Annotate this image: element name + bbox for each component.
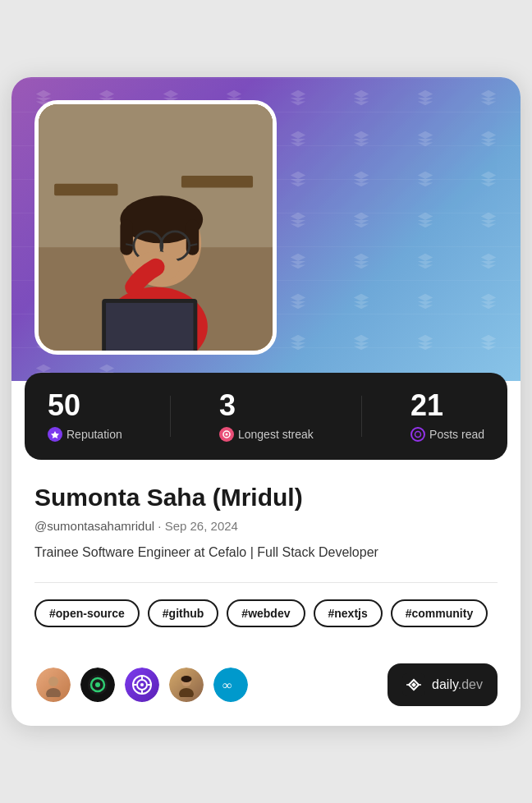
watermark-icon (393, 282, 457, 323)
card-footer: ∞ daily.dev (11, 663, 521, 726)
svg-point-23 (46, 688, 61, 697)
meta-separator: · (158, 519, 164, 533)
brand-badge: daily.dev (388, 663, 498, 706)
watermark-icon (457, 158, 521, 200)
watermark-icon (457, 322, 521, 363)
watermark-icon (266, 77, 330, 118)
watermark-icon (457, 241, 521, 282)
stat-reputation: 50 Reputation (48, 391, 122, 442)
profile-name: Sumonta Saha (Mridul) (34, 483, 498, 512)
following-avatar-2[interactable] (79, 666, 117, 704)
profile-meta: @sumontasahamridul · Sep 26, 2024 (34, 519, 498, 533)
streak-value: 3 (219, 391, 314, 420)
watermark-icon (457, 282, 521, 323)
tag-open-source[interactable]: #open-source (34, 599, 140, 627)
following-avatar-5[interactable]: ∞ (212, 666, 250, 704)
reputation-icon (48, 427, 62, 442)
stat-divider-1 (170, 396, 171, 437)
watermark-icon (330, 282, 394, 323)
reputation-value: 50 (48, 391, 122, 420)
watermark-icon (393, 77, 457, 118)
streak-icon (219, 427, 234, 442)
watermark-icon (330, 77, 394, 118)
svg-marker-18 (51, 431, 59, 438)
stat-posts: 21 Posts read (410, 391, 484, 442)
join-date: Sep 26, 2024 (165, 519, 238, 533)
brand-dev: .dev (458, 677, 483, 691)
svg-rect-7 (120, 219, 132, 255)
tag-nextjs[interactable]: #nextjs (314, 599, 383, 627)
watermark-icon (330, 322, 394, 363)
reputation-label-row: Reputation (48, 427, 122, 442)
watermark-icon (393, 118, 457, 159)
svg-point-26 (95, 682, 100, 687)
reputation-label-text: Reputation (66, 428, 122, 441)
svg-point-20 (225, 434, 227, 436)
card-header (11, 77, 521, 381)
streak-label-row: Longest streak (219, 427, 314, 442)
watermark-icon (330, 158, 394, 200)
brand-daily: daily (432, 677, 458, 691)
profile-divider (34, 582, 498, 583)
tags-section: #open-source #github #webdev #nextjs #co… (34, 599, 498, 627)
following-avatars: ∞ (34, 666, 250, 704)
avatar (39, 104, 273, 351)
svg-point-29 (140, 683, 144, 686)
profile-bio: Trainee Software Engineer at Cefalo | Fu… (34, 543, 498, 562)
daily-dev-logo (402, 673, 425, 696)
svg-text:∞: ∞ (222, 678, 232, 692)
watermark-icon (330, 241, 394, 282)
svg-rect-2 (54, 184, 117, 196)
watermark-icon (457, 200, 521, 241)
tag-community[interactable]: #community (391, 599, 488, 627)
stat-divider-2 (361, 396, 362, 437)
posts-label-text: Posts read (429, 428, 484, 441)
posts-label-row: Posts read (410, 427, 484, 442)
watermark-icon (393, 200, 457, 241)
svg-point-35 (179, 688, 194, 697)
watermark-icon (457, 77, 521, 118)
posts-value: 21 (410, 391, 484, 420)
svg-point-22 (48, 677, 58, 686)
tag-github[interactable]: #github (148, 599, 219, 627)
profile-section: Sumonta Saha (Mridul) @sumontasahamridul… (11, 460, 521, 663)
profile-card: 50 Reputation 3 (11, 77, 521, 726)
watermark-icon (393, 322, 457, 363)
svg-rect-3 (181, 176, 253, 188)
watermark-icon (393, 158, 457, 200)
watermark-icon (457, 118, 521, 159)
watermark-icon (330, 118, 394, 159)
following-avatar-3[interactable] (123, 666, 161, 704)
watermark-icon (330, 200, 394, 241)
brand-name: daily.dev (432, 677, 483, 692)
following-avatar-1[interactable] (34, 666, 72, 704)
stats-bar: 50 Reputation 3 (25, 373, 507, 460)
streak-label-text: Longest streak (238, 428, 314, 441)
svg-point-21 (415, 432, 421, 438)
svg-rect-16 (106, 303, 193, 351)
avatar-container (34, 100, 277, 355)
following-avatar-4[interactable] (167, 666, 205, 704)
posts-icon (410, 427, 425, 442)
stat-streak: 3 Longest streak (219, 391, 314, 442)
watermark-icon (393, 241, 457, 282)
svg-point-36 (181, 676, 192, 682)
username: @sumontasahamridul (34, 519, 154, 533)
tag-webdev[interactable]: #webdev (227, 599, 305, 627)
